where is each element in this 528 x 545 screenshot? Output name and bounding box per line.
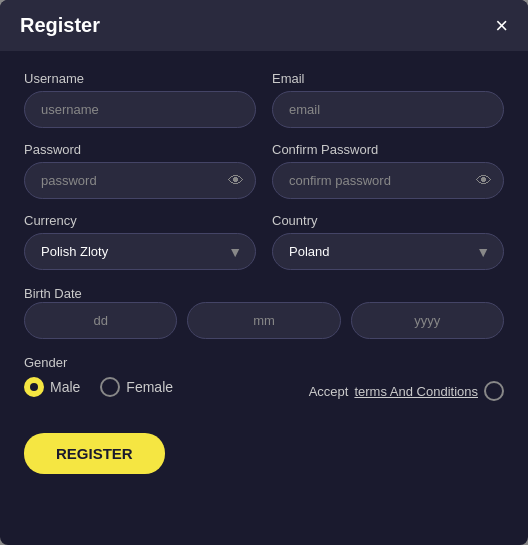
register-button[interactable]: REGISTER	[24, 433, 165, 474]
birthdate-mm-input[interactable]	[187, 302, 340, 339]
currency-country-row: Currency Polish Zloty Euro USD ▼ Country…	[24, 213, 504, 270]
username-input[interactable]	[24, 91, 256, 128]
modal-header: Register ×	[0, 0, 528, 51]
birthdate-dd-input[interactable]	[24, 302, 177, 339]
country-select[interactable]: Poland Germany UK USA	[272, 233, 504, 270]
gender-female-radio[interactable]	[100, 377, 120, 397]
gender-group: Gender Male Female	[24, 353, 173, 397]
password-input[interactable]	[24, 162, 256, 199]
birthdate-row: Birth Date	[24, 284, 504, 339]
gender-male-option[interactable]: Male	[24, 377, 80, 397]
password-toggle-icon[interactable]: 👁	[228, 172, 244, 190]
close-button[interactable]: ×	[495, 15, 508, 37]
email-group: Email	[272, 71, 504, 128]
password-row: Password 👁 Confirm Password 👁	[24, 142, 504, 199]
gender-male-radio[interactable]	[24, 377, 44, 397]
currency-label: Currency	[24, 213, 256, 228]
modal-body: Username Email Password 👁 Confirm Passwo…	[0, 51, 528, 498]
email-label: Email	[272, 71, 504, 86]
birthdate-inputs	[24, 302, 504, 339]
currency-group: Currency Polish Zloty Euro USD ▼	[24, 213, 256, 270]
username-label: Username	[24, 71, 256, 86]
password-group: Password 👁	[24, 142, 256, 199]
confirm-password-input[interactable]	[272, 162, 504, 199]
modal-title: Register	[20, 14, 100, 37]
terms-accept-text: Accept	[309, 384, 349, 399]
gender-terms-container: Gender Male Female Accept terms And Cond…	[24, 353, 504, 413]
terms-link[interactable]: terms And Conditions	[354, 384, 478, 399]
terms-container: Accept terms And Conditions	[309, 381, 504, 401]
currency-select[interactable]: Polish Zloty Euro USD	[24, 233, 256, 270]
country-group: Country Poland Germany UK USA ▼	[272, 213, 504, 270]
confirm-password-input-wrapper: 👁	[272, 162, 504, 199]
gender-label: Gender	[24, 355, 67, 370]
birthdate-label: Birth Date	[24, 286, 82, 301]
confirm-password-toggle-icon[interactable]: 👁	[476, 172, 492, 190]
gender-options: Male Female	[24, 377, 173, 397]
confirm-password-group: Confirm Password 👁	[272, 142, 504, 199]
gender-female-option[interactable]: Female	[100, 377, 173, 397]
email-input[interactable]	[272, 91, 504, 128]
register-modal: Register × Username Email Password 👁	[0, 0, 528, 545]
gender-female-label: Female	[126, 379, 173, 395]
username-group: Username	[24, 71, 256, 128]
currency-select-wrapper: Polish Zloty Euro USD ▼	[24, 233, 256, 270]
birthdate-yyyy-input[interactable]	[351, 302, 504, 339]
password-label: Password	[24, 142, 256, 157]
username-email-row: Username Email	[24, 71, 504, 128]
gender-male-label: Male	[50, 379, 80, 395]
country-select-wrapper: Poland Germany UK USA ▼	[272, 233, 504, 270]
password-input-wrapper: 👁	[24, 162, 256, 199]
confirm-password-label: Confirm Password	[272, 142, 504, 157]
country-label: Country	[272, 213, 504, 228]
terms-checkbox[interactable]	[484, 381, 504, 401]
